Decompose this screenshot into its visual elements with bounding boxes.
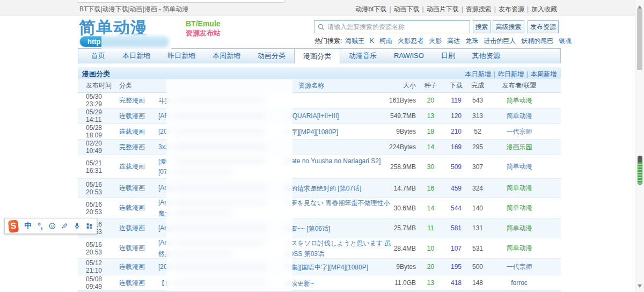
col-header-category: 分类 (119, 81, 158, 90)
hot-term-3[interactable]: 火影忍者 (398, 37, 423, 45)
tab-3[interactable]: 本周新增 (204, 49, 249, 63)
tab-4[interactable]: 动画分类 (249, 49, 294, 63)
hot-term-2[interactable]: 柯南 (379, 37, 392, 45)
top-link-2[interactable]: 动画片下载 (427, 5, 459, 13)
row-date: 05/29 14:11 (78, 108, 119, 123)
scrollbar-green-marker[interactable] (638, 156, 642, 185)
toolbox-grid-icon[interactable] (86, 222, 93, 230)
emoji-icon[interactable] (49, 222, 56, 230)
row-publisher-link[interactable]: 一代宗师 (507, 263, 532, 271)
tab-8[interactable]: 日剧 (433, 49, 464, 63)
row-downloads: 418 (445, 279, 467, 287)
col-header-downloads: 下载 (445, 81, 467, 90)
row-publisher-link[interactable]: 漫画乐园 (507, 143, 532, 151)
table-row: 05/16 20:53 连载漫画 [Angの夢を見ない 青春期笨蛋不做理性小 魔… (78, 198, 561, 218)
row-completed: 313 (467, 112, 488, 120)
row-completed: 531 (467, 245, 488, 252)
row-category-link[interactable]: 完整漫画 (119, 143, 145, 151)
row-publisher-link[interactable]: forroc (511, 279, 528, 287)
top-link-4[interactable]: 发布资源 (499, 5, 524, 13)
chinese-mode-icon[interactable]: 中 (24, 221, 32, 231)
tab-5[interactable]: 漫画分类 (294, 48, 340, 63)
hot-term-9[interactable]: 银魂 (559, 37, 572, 45)
section-quick-links: 本日新增|昨日新增|本周新增 (465, 70, 557, 79)
blur-overlay-names (166, 79, 292, 291)
row-category-link[interactable]: 连载漫画 (119, 128, 145, 135)
scroll-up-icon[interactable] (638, 3, 642, 9)
row-seeds: 14 (416, 143, 445, 151)
hot-term-0[interactable]: 海贼王 (345, 37, 364, 45)
top-links: 动漫bt下载|动画下载|动画片下载|资源搜索|发布资源|加入收藏 (355, 5, 557, 14)
tab-7[interactable]: RAW/ISO (385, 49, 433, 63)
hot-term-8[interactable]: 妖精的尾巴 (521, 37, 553, 45)
tab-6[interactable]: 动漫音乐 (340, 49, 385, 63)
row-category-link[interactable]: 连载漫画 (119, 112, 145, 120)
table-row: 05/30 23:29 完整漫画 斗罗 161Bytes 20 119 543 … (78, 93, 561, 108)
row-downloads: 119 (445, 97, 467, 104)
advanced-search-button[interactable]: 高级搜索 (493, 20, 524, 33)
hot-term-5[interactable]: 高达 (447, 37, 460, 45)
blur-overlay-pill (101, 34, 171, 49)
table-row: 05/21 16:31 连载漫画 [爱][Tate no Yuusha no N… (78, 155, 561, 179)
top-link-0[interactable]: 动漫bt下载 (355, 5, 386, 13)
quick-link-0[interactable]: 本日新增 (465, 70, 491, 78)
row-publisher-link[interactable]: 一代宗师 (507, 128, 532, 135)
col-header-seeds: 种子 (416, 81, 445, 90)
row-category-link[interactable]: 完整漫画 (119, 97, 145, 104)
row-size: 25.7MB (384, 224, 416, 232)
row-completed: 295 (467, 143, 488, 151)
row-publisher-link[interactable]: 简单动漫 (507, 224, 532, 232)
row-date: 02/20 10:49 (78, 140, 119, 155)
row-publisher-link[interactable]: 简单动漫 (507, 97, 532, 104)
scroll-down-icon[interactable] (638, 284, 642, 290)
quick-link-1[interactable]: 昨日新增 (498, 70, 524, 78)
tab-bar: 首页本日新增昨日新增本周新增动画分类漫画分类动漫音乐RAW/ISO日剧其他资源 (78, 48, 561, 63)
hot-term-6[interactable]: 龙珠 (465, 37, 478, 45)
row-downloads: 459 (445, 185, 467, 192)
row-completed: 324 (467, 185, 488, 192)
row-publisher-link[interactable]: 简单动漫 (507, 204, 532, 211)
col-header-completed: 完成 (467, 81, 488, 90)
voice-mic-icon[interactable] (74, 222, 80, 230)
top-link-5[interactable]: 加入收藏 (531, 5, 557, 13)
tab-1[interactable]: 本日新增 (114, 49, 159, 63)
row-category-link[interactable]: 连载漫画 (119, 163, 145, 170)
search-button[interactable]: 搜索 (473, 20, 491, 33)
search-box (314, 20, 470, 33)
publish-resource-button[interactable]: 发布资源 (528, 20, 559, 33)
row-category-link[interactable]: 连载漫画 (119, 279, 145, 287)
scrollbar[interactable] (635, 0, 644, 292)
row-category-link[interactable]: 连载漫画 (119, 184, 145, 192)
table-row: 02/20 10:49 完整漫画 3x3 224Bytes 14 169 295… (78, 140, 561, 155)
row-date: 05/08 09:49 (78, 275, 119, 290)
quick-link-2[interactable]: 本周新增 (531, 70, 557, 78)
row-publisher-link[interactable]: 简单动漫 (507, 184, 532, 192)
row-category-link[interactable]: 连载漫画 (119, 204, 145, 211)
hot-term-7[interactable]: 进击的巨人 (484, 37, 516, 45)
row-seeds: 30 (416, 163, 445, 171)
top-link-3[interactable]: 资源搜索 (466, 5, 492, 13)
row-publisher-link[interactable]: 简单动漫 (507, 163, 532, 170)
hot-term-4[interactable]: 火影 (429, 37, 442, 45)
scrollbar-thumb[interactable] (637, 9, 642, 70)
row-category-link[interactable]: 连载漫画 (119, 224, 145, 232)
page-title: BT下载|动漫下载|动画|漫画 - 简单动漫 (79, 5, 188, 14)
section-title: 漫画分类 (82, 69, 110, 79)
row-category-link[interactable]: 连载漫画 (119, 244, 145, 252)
row-category-link[interactable]: 连载漫画 (119, 263, 145, 271)
row-downloads: 210 (445, 128, 467, 135)
tab-0[interactable]: 首页 (83, 49, 114, 63)
row-publisher-link[interactable]: 简单动漫 (507, 112, 532, 120)
row-completed: 140 (467, 205, 488, 212)
row-downloads: 581 (445, 224, 467, 232)
table-row: 05/16 20:53 连载漫画 [Ang和的请求是绝对的 [第07话] 14.… (78, 179, 561, 198)
tab-2[interactable]: 昨日新增 (159, 49, 204, 63)
top-link-1[interactable]: 动画下载 (394, 5, 420, 13)
row-publisher-link[interactable]: 简单动漫 (507, 244, 532, 252)
hot-term-1[interactable]: K (370, 37, 374, 45)
tab-9[interactable]: 其他资源 (464, 49, 509, 63)
punctuation-mode-icon[interactable]: °, (38, 222, 43, 230)
handwriting-pencil-icon[interactable] (61, 222, 68, 230)
sogou-logo-icon[interactable]: S (8, 220, 19, 233)
search-input[interactable] (327, 21, 467, 32)
